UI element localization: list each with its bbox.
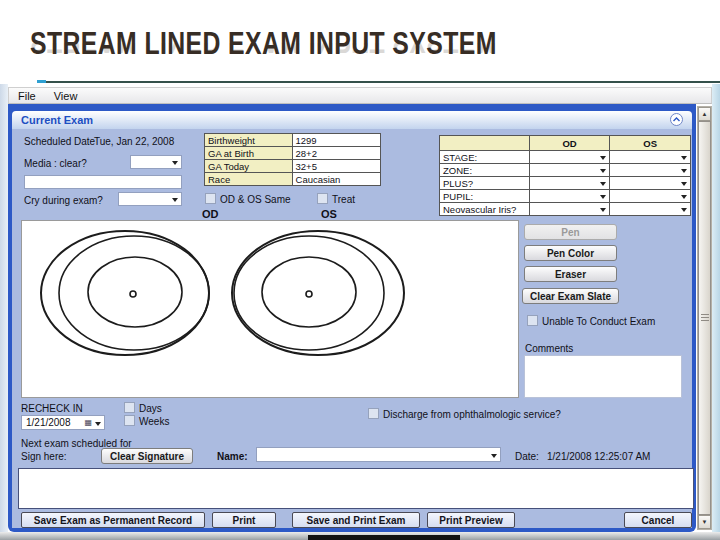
- race-value[interactable]: Caucasian: [292, 173, 380, 186]
- plus-label: PLUS?: [440, 177, 530, 190]
- findings-header-os: OS: [610, 136, 691, 151]
- dropdown-arrow-icon: [95, 422, 101, 426]
- name-dropdown[interactable]: [256, 447, 501, 462]
- dropdown-arrow-icon: [600, 169, 606, 173]
- print-preview-button[interactable]: Print Preview: [427, 512, 515, 528]
- table-row: Birthweight1299: [205, 134, 381, 147]
- treat-checkbox[interactable]: [317, 193, 328, 204]
- page-title-reflection: STREAM LINED EXAM INPUT SYSTEM: [30, 43, 497, 59]
- scroll-up-icon: ▲: [702, 111, 708, 117]
- weeks-checkbox[interactable]: [124, 415, 135, 426]
- pen-button[interactable]: Pen: [524, 224, 617, 240]
- discharge-label: Discharge from ophthalmologic service?: [383, 409, 561, 420]
- scheduled-date-value: Tue, Jan 22, 2008: [94, 136, 174, 147]
- media-clear-dropdown[interactable]: [130, 155, 182, 169]
- discharge-checkbox[interactable]: [368, 408, 379, 419]
- dropdown-arrow-icon: [600, 208, 606, 212]
- name-label: Name:: [217, 451, 248, 462]
- ga-at-birth-value[interactable]: 28+2: [292, 147, 380, 160]
- exam-form: Scheduled Date Tue, Jan 22, 2008 Media :…: [12, 129, 692, 528]
- dropdown-arrow-icon: [172, 198, 178, 202]
- findings-header-blank: [440, 136, 530, 151]
- dropdown-arrow-icon: [681, 182, 687, 186]
- table-row: GA Today32+5: [205, 160, 381, 173]
- title-underline: [40, 81, 720, 83]
- scroll-down-icon: ▼: [702, 519, 708, 525]
- scrollbar-thumb[interactable]: [698, 121, 711, 515]
- ga-today-label: GA Today: [205, 160, 293, 173]
- exam-window-frame: Current Exam Scheduled Date Tue, Jan 22,…: [8, 104, 696, 532]
- clear-exam-slate-button[interactable]: Clear Exam Slate: [522, 288, 619, 304]
- birthweight-value[interactable]: 1299: [292, 134, 380, 147]
- od-os-same-label: OD & OS Same: [220, 194, 291, 205]
- slide-right-edge: [712, 84, 720, 540]
- dropdown-arrow-icon: [681, 208, 687, 212]
- stage-od-dropdown[interactable]: [529, 151, 610, 164]
- ga-today-value[interactable]: 32+5: [292, 160, 380, 173]
- cry-during-exam-dropdown[interactable]: [118, 192, 182, 206]
- table-row: GA at Birth28+2: [205, 147, 381, 160]
- treat-label: Treat: [332, 194, 355, 205]
- table-row: Neovascular Iris?: [440, 203, 691, 216]
- dropdown-arrow-icon: [681, 156, 687, 160]
- plus-od-dropdown[interactable]: [529, 177, 610, 190]
- chevron-up-icon: [673, 117, 680, 122]
- media-notes-input[interactable]: [24, 175, 182, 189]
- collapse-panel-button[interactable]: [670, 113, 683, 126]
- comments-label: Comments: [525, 343, 573, 354]
- print-button[interactable]: Print: [212, 512, 276, 528]
- eraser-button[interactable]: Eraser: [524, 266, 617, 282]
- current-exam-header: Current Exam: [12, 111, 692, 129]
- cancel-button[interactable]: Cancel: [624, 512, 692, 528]
- pen-color-button[interactable]: Pen Color: [524, 245, 617, 261]
- clear-signature-button[interactable]: Clear Signature: [101, 448, 193, 464]
- days-checkbox[interactable]: [124, 402, 135, 413]
- menu-view[interactable]: View: [45, 89, 87, 103]
- stage-os-dropdown[interactable]: [610, 151, 691, 164]
- pupil-od-dropdown[interactable]: [529, 190, 610, 203]
- zone-od-dropdown[interactable]: [529, 164, 610, 177]
- scroll-up-button[interactable]: ▲: [698, 107, 711, 121]
- od-os-same-checkbox[interactable]: [205, 193, 216, 204]
- neovascular-od-dropdown[interactable]: [529, 203, 610, 216]
- birthweight-label: Birthweight: [205, 134, 293, 147]
- recheck-date-picker[interactable]: 1/21/2008 ▦: [21, 415, 105, 430]
- vertical-scrollbar[interactable]: ▲ ▼: [697, 106, 712, 530]
- sign-here-label: Sign here:: [21, 451, 67, 462]
- slide-left-edge: [0, 84, 8, 540]
- exam-slate-canvas[interactable]: [21, 220, 519, 398]
- exam-date-value: 1/21/2008 12:25:07 AM: [547, 451, 650, 462]
- cry-during-exam-label: Cry during exam?: [24, 195, 103, 206]
- save-exam-button[interactable]: Save Exam as Permanent Record: [21, 512, 205, 528]
- exam-date-label: Date:: [515, 451, 539, 462]
- days-label: Days: [139, 403, 162, 414]
- comments-textarea[interactable]: [524, 355, 682, 398]
- scroll-down-button[interactable]: ▼: [698, 515, 711, 529]
- dropdown-arrow-icon: [600, 156, 606, 160]
- media-clear-label: Media : clear?: [24, 158, 87, 169]
- panel-title: Current Exam: [12, 114, 93, 126]
- recheck-in-label: RECHECK IN: [21, 403, 83, 414]
- zone-label: ZONE:: [440, 164, 530, 177]
- menu-file[interactable]: File: [9, 89, 45, 103]
- dropdown-arrow-icon: [600, 182, 606, 186]
- dropdown-arrow-icon: [172, 161, 178, 165]
- od-canvas-label: OD: [202, 208, 219, 220]
- pupil-os-dropdown[interactable]: [610, 190, 691, 203]
- calendar-icon: ▦: [84, 417, 92, 428]
- slide: STREAM LINED EXAM INPUT SYSTEM STREAM LI…: [0, 0, 720, 540]
- pupil-label: PUPIL:: [440, 190, 530, 203]
- signature-area[interactable]: [18, 468, 694, 509]
- findings-header-od: OD: [529, 136, 610, 151]
- scrollbar-grip-icon: [701, 314, 709, 321]
- neovascular-os-dropdown[interactable]: [610, 203, 691, 216]
- dropdown-arrow-icon: [600, 195, 606, 199]
- table-row: PLUS?: [440, 177, 691, 190]
- unable-to-conduct-checkbox[interactable]: [527, 315, 538, 326]
- save-and-print-button[interactable]: Save and Print Exam: [292, 512, 420, 528]
- table-row: RaceCaucasian: [205, 173, 381, 186]
- plus-os-dropdown[interactable]: [610, 177, 691, 190]
- zone-os-dropdown[interactable]: [610, 164, 691, 177]
- table-row: ZONE:: [440, 164, 691, 177]
- table-row: OD OS: [440, 136, 691, 151]
